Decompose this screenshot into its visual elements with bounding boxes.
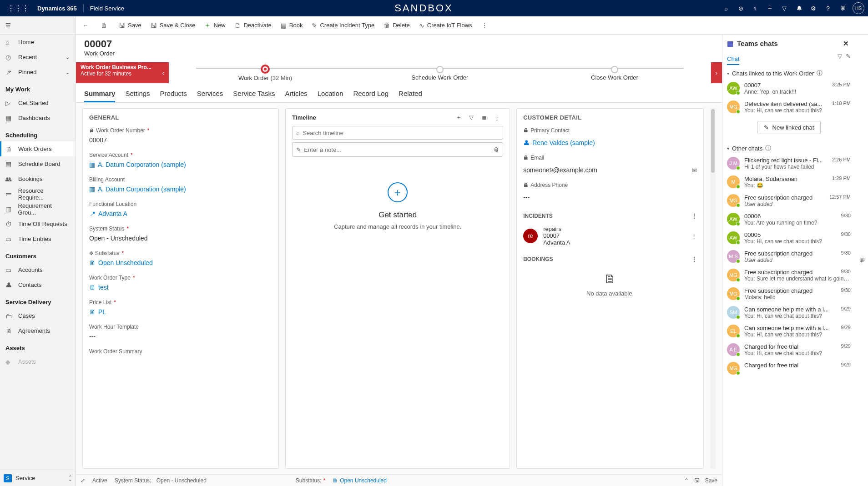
tab-recordlog[interactable]: Record Log (353, 85, 389, 102)
nav-collapse-button[interactable]: ☰ (0, 16, 76, 35)
nav-getstarted[interactable]: ▷Get Started (0, 95, 76, 110)
info-icon[interactable]: ⓘ (817, 69, 823, 77)
delete-button[interactable]: 🗑︎Delete (380, 18, 414, 33)
chat-icon[interactable]: 💬︎ (835, 0, 850, 16)
tab-services[interactable]: Services (197, 85, 223, 102)
nav-recent[interactable]: ◷Recent⌄ (0, 50, 76, 65)
nav-pinned[interactable]: 📌︎Pinned⌄ (0, 65, 76, 80)
app-launcher-icon[interactable]: ⋮⋮⋮ (4, 4, 33, 13)
chat-tab[interactable]: Chat (727, 53, 739, 65)
help-icon[interactable]: ? (821, 0, 835, 16)
chat-item[interactable]: AW 000073:25 PM Anne: Yep, on track!!! (722, 79, 855, 98)
create-incident-button[interactable]: ✎Create Incident Type (308, 18, 378, 33)
task-icon[interactable]: ⊘ (733, 0, 748, 16)
area-switcher[interactable]: S Service ⌃⌄ (0, 470, 76, 486)
filter-icon[interactable]: ▽ (777, 0, 792, 16)
tab-location[interactable]: Location (318, 85, 343, 102)
bpf-stage-2[interactable]: Schedule Work Order (353, 65, 527, 81)
timeline-search-input[interactable] (303, 130, 499, 136)
mail-icon[interactable]: ✉︎ (692, 167, 697, 174)
tab-servicetasks[interactable]: Service Tasks (233, 85, 275, 102)
field-link-substatus[interactable]: 🗎Open Unscheduled (89, 256, 272, 269)
bell-icon[interactable]: 🔔︎ (792, 0, 806, 16)
tab-summary[interactable]: Summary (84, 85, 115, 102)
tab-related[interactable]: Related (399, 85, 422, 102)
tab-articles[interactable]: Articles (285, 85, 308, 102)
nav-accounts[interactable]: ▭Accounts (0, 262, 76, 277)
bookings-more-icon[interactable]: ⋮ (691, 256, 697, 262)
field-value-sysstatus[interactable]: Open - Unscheduled (89, 232, 272, 245)
chat-item[interactable]: MG Free subscription charged9/30 Molara:… (722, 285, 855, 303)
attachment-icon[interactable]: 📎︎ (493, 146, 499, 153)
back-button[interactable]: ← (79, 18, 95, 33)
nav-agreements[interactable]: 🗎Agreements (0, 323, 76, 338)
nav-assets[interactable]: ◆Assets (0, 354, 76, 369)
chats-group-other[interactable]: ▾Other chats ⓘ (722, 140, 855, 154)
new-button[interactable]: ＋New (201, 18, 229, 33)
field-link-pricelist[interactable]: 🗎PL (89, 306, 272, 318)
timeline-search[interactable]: ⌕ (292, 126, 503, 140)
email-value[interactable]: someone9@example.com (523, 164, 692, 176)
chat-item[interactable]: AW 000059/30 You: Hi, can we chat about … (722, 229, 855, 247)
chat-item[interactable]: SM Can someone help me with a l...9/29 Y… (722, 303, 855, 322)
info-icon[interactable]: ⓘ (765, 144, 771, 152)
chat-item[interactable]: AW 000069/30 You: Are you running on tim… (722, 210, 855, 229)
chat-item[interactable]: MG Defective item delivered (sa...1:10 P… (722, 98, 855, 116)
save-button[interactable]: 🖫Save (115, 18, 145, 33)
gear-icon[interactable]: ⚙ (806, 0, 821, 16)
chevron-up-icon[interactable]: ⌃ (684, 477, 689, 484)
nav-scheduleboard[interactable]: ▤Schedule Board (0, 156, 76, 171)
bpf-prev-button[interactable]: ‹ (158, 62, 169, 83)
nav-workorders[interactable]: 🗎Work Orders (0, 141, 76, 156)
book-button[interactable]: ▤Book (277, 18, 307, 33)
close-icon[interactable]: ✕ (841, 38, 851, 50)
chat-item[interactable]: MG Free subscription charged12:57 PM Use… (722, 191, 855, 210)
timeline-add-circle-icon[interactable]: ＋ (388, 182, 408, 202)
timeline-note-input-row[interactable]: ✎ 📎︎ (292, 142, 503, 157)
product-name[interactable]: Dynamics 365 (33, 5, 81, 12)
bpf-next-button[interactable]: › (711, 62, 722, 83)
chat-item[interactable]: EL Can someone help me with a l...9/29 Y… (722, 322, 855, 341)
field-link-wotype[interactable]: 🗎test (89, 281, 272, 294)
checklist-button[interactable]: 🗎 (97, 18, 113, 33)
status-substatus-link[interactable]: 🗎Open Unscheduled (333, 477, 387, 484)
add-icon[interactable]: ＋ (762, 0, 777, 16)
nav-timeoff[interactable]: ⏱︎Time Off Requests (0, 216, 76, 231)
timeline-note-input[interactable] (304, 146, 493, 153)
nav-timeentries[interactable]: ▭Time Entries (0, 231, 76, 246)
nav-contacts[interactable]: 👤︎Contacts (0, 277, 76, 292)
chats-group-linked[interactable]: ▾Chats linked to this Work Order ⓘ (722, 65, 855, 79)
nav-resourcereq[interactable]: ≔Resource Require... (0, 186, 76, 201)
app-name[interactable]: Field Service (86, 5, 129, 12)
nav-home[interactable]: ⌂Home (0, 35, 76, 50)
user-avatar[interactable]: HS (853, 2, 864, 14)
field-link-serviceaccount[interactable]: ▥A. Datum Corporation (sample) (89, 158, 272, 171)
field-value-wono[interactable]: 00007 (89, 134, 272, 146)
timeline-add-icon[interactable]: ＋ (452, 113, 465, 121)
nav-reqgroup[interactable]: ▥Requirement Grou... (0, 201, 76, 216)
tab-settings[interactable]: Settings (125, 85, 150, 102)
tab-products[interactable]: Products (160, 85, 187, 102)
new-linked-chat-button[interactable]: ✎New linked chat (757, 121, 821, 134)
lightbulb-icon[interactable]: ♀ (748, 0, 762, 16)
timeline-sort-icon[interactable]: ≣ (478, 114, 490, 121)
chat-item[interactable]: M S Free subscription charged9/30 User a… (722, 247, 855, 266)
chat-item[interactable]: MG Free subscription charged9/30 You: Su… (722, 266, 855, 285)
deactivate-button[interactable]: 🗋Deactivate (231, 18, 275, 33)
incident-item[interactable]: re repairs 00007 Advanta A ⋮ (517, 222, 703, 250)
search-icon[interactable]: ⌕ (719, 0, 733, 16)
chat-item[interactable]: J M Flickering red light issue - Fl...2:… (722, 154, 855, 173)
save-close-button[interactable]: 🖫Save & Close (147, 18, 199, 33)
phone-value[interactable]: --- (523, 191, 697, 204)
nav-bookings[interactable]: 👥︎Bookings (0, 171, 76, 186)
timeline-more-icon[interactable]: ⋮ (490, 114, 503, 121)
expand-icon[interactable]: ⤢ (81, 477, 85, 484)
create-iot-button[interactable]: ∿Create IoT Flows (415, 18, 476, 33)
bpf-stage-3[interactable]: Close Work Order (527, 65, 702, 81)
field-link-billingaccount[interactable]: ▥A. Datum Corporation (sample) (89, 183, 272, 195)
field-link-funcloc[interactable]: 📍︎Advanta A (89, 207, 272, 220)
field-value-whtpl[interactable]: --- (89, 330, 272, 343)
incident-more-icon[interactable]: ⋮ (691, 232, 697, 239)
chat-item[interactable]: MG Charged for free trial9/29 (722, 359, 855, 377)
timeline-filter-icon[interactable]: ▽ (465, 114, 478, 121)
